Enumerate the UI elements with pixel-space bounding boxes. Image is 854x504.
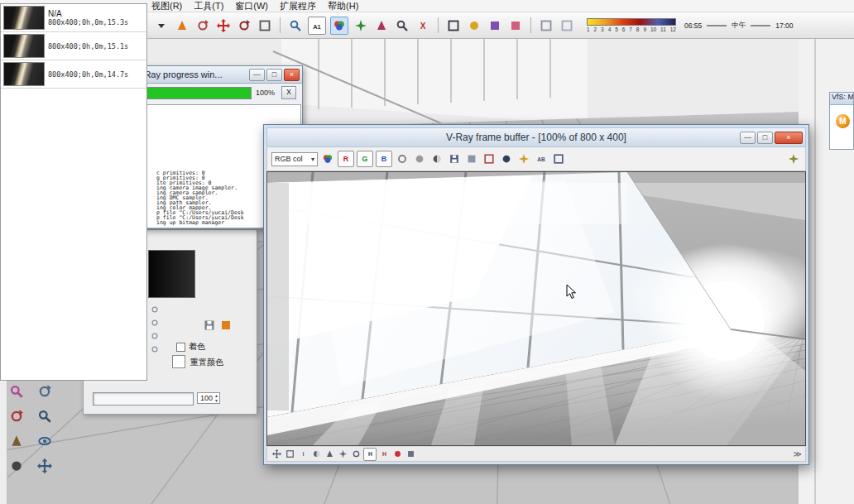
cancel-button[interactable]: X xyxy=(281,86,296,99)
green-channel-button[interactable]: G xyxy=(357,151,373,167)
record-icon[interactable] xyxy=(391,449,403,460)
vfs-material-icon[interactable]: M xyxy=(836,114,850,128)
h-left-icon[interactable]: H xyxy=(363,448,377,461)
vfs-panel-title[interactable]: VfS: Ma xyxy=(830,93,853,105)
rotate-tool-icon[interactable] xyxy=(236,17,252,34)
expand-button[interactable]: ≫ xyxy=(794,449,802,458)
separator[interactable] xyxy=(280,17,281,33)
invert-circle-icon[interactable] xyxy=(429,151,444,166)
sphere-material-icon[interactable] xyxy=(466,17,482,34)
pick-tool-icon[interactable] xyxy=(373,17,390,34)
clip-icon[interactable] xyxy=(150,305,160,314)
printer-icon[interactable] xyxy=(202,318,216,332)
zoom-a1-icon[interactable]: A1 xyxy=(308,17,326,35)
red-channel-button[interactable]: R xyxy=(338,151,354,167)
cut-render-icon[interactable]: X xyxy=(415,17,431,34)
white-balance-icon[interactable] xyxy=(350,449,362,460)
clip-icon[interactable] xyxy=(150,318,160,328)
monitor-icon[interactable] xyxy=(551,151,566,166)
menu-item[interactable]: 工具(T) xyxy=(194,0,223,12)
render-stats: 800x400;0h,0m,15.1s xyxy=(48,42,128,50)
shadow-date-slider[interactable]: 123456789101112 xyxy=(587,18,676,32)
clip-icon[interactable] xyxy=(150,344,160,354)
alpha-circle-icon[interactable] xyxy=(395,151,410,166)
minimize-button[interactable]: — xyxy=(740,132,756,144)
material-box-icon[interactable] xyxy=(218,318,233,332)
stepper-arrows[interactable]: ▲▼ xyxy=(214,393,218,403)
look-around-icon[interactable] xyxy=(35,431,55,451)
followme-tool-icon[interactable] xyxy=(194,17,211,34)
quantity-stepper[interactable]: 100 ▲▼ xyxy=(197,392,220,404)
move-tool-icon[interactable] xyxy=(215,17,232,34)
offset-tool-icon[interactable] xyxy=(257,17,273,34)
channel-select-value: RGB col xyxy=(275,155,303,163)
histogram-icon[interactable] xyxy=(310,449,322,460)
channel-select[interactable]: RGB col ▾ xyxy=(271,152,318,166)
pen-icon[interactable] xyxy=(324,449,335,460)
zoom-icon[interactable] xyxy=(35,406,55,426)
vfs-materials-panel: VfS: Ma M xyxy=(829,92,854,150)
info-icon[interactable]: i xyxy=(297,449,309,460)
frame-buffer-titlebar[interactable]: V-Ray frame buffer - [100% of 800 x 400]… xyxy=(266,127,806,147)
h-right-icon[interactable]: H xyxy=(378,449,390,460)
svg-text:AB: AB xyxy=(537,156,545,162)
render-stats: 800x400;0h,0m,14.7s xyxy=(48,70,128,79)
shade-checkbox[interactable] xyxy=(176,343,185,352)
separator[interactable] xyxy=(438,17,439,33)
render-name: N/A xyxy=(48,9,128,18)
separator[interactable] xyxy=(530,17,531,33)
clear-image-icon[interactable] xyxy=(482,151,497,166)
dropdown-caret-icon[interactable] xyxy=(153,17,170,34)
stereo-icon[interactable] xyxy=(405,449,416,460)
blue-channel-button[interactable]: B xyxy=(376,151,392,167)
compare-ab-icon[interactable]: AB xyxy=(534,151,549,166)
minimize-button[interactable]: — xyxy=(249,69,265,81)
menu-item[interactable]: 视图(R) xyxy=(151,0,182,12)
render-thumbnail xyxy=(3,6,45,30)
color-swatch[interactable] xyxy=(172,355,185,368)
vray-render-button[interactable] xyxy=(330,17,348,35)
render-history-item[interactable]: 800x400;0h,0m,15.1s xyxy=(1,32,146,60)
zoom-window-icon[interactable] xyxy=(7,382,26,401)
zoom-window-tool-icon[interactable] xyxy=(287,17,304,34)
color-ball-icon[interactable] xyxy=(320,151,335,166)
time-track[interactable] xyxy=(751,25,770,26)
close-button[interactable]: × xyxy=(775,132,803,144)
pan-image-icon[interactable] xyxy=(271,449,282,460)
materials-icon[interactable] xyxy=(507,17,524,34)
pan-icon[interactable] xyxy=(35,456,55,476)
value-input[interactable] xyxy=(93,392,194,406)
load-image-icon[interactable] xyxy=(464,151,479,166)
shadow-time-slider[interactable]: 06:55 中午 17:00 xyxy=(684,21,794,31)
render-history-item[interactable]: 800x400;0h,0m,14.7s xyxy=(1,60,146,89)
vray-compass-icon[interactable] xyxy=(353,17,369,34)
components-icon[interactable] xyxy=(487,17,503,34)
orbit-icon[interactable] xyxy=(7,406,26,426)
menu-item[interactable]: 扩展程序 xyxy=(280,0,316,12)
region-render-icon[interactable] xyxy=(516,151,531,166)
restore-button[interactable]: □ xyxy=(266,69,282,81)
maximize-button[interactable]: □ xyxy=(757,132,773,144)
N/A[interactable]: N/A 800x400;0h,0m,15.3s xyxy=(1,4,146,32)
time-track[interactable] xyxy=(707,25,727,26)
menu-item[interactable]: 窗口(W) xyxy=(235,0,268,12)
lamp-icon[interactable] xyxy=(786,151,801,166)
box-tool-icon[interactable] xyxy=(538,17,554,34)
mono-circle-icon[interactable] xyxy=(412,151,427,166)
svg-text:G: G xyxy=(362,155,368,163)
position-camera-icon[interactable] xyxy=(7,431,26,451)
clip-icon[interactable] xyxy=(150,331,160,341)
save-image-icon[interactable] xyxy=(447,151,462,166)
cube-tool-icon[interactable] xyxy=(559,17,575,34)
display-window-icon[interactable] xyxy=(445,17,462,34)
previous-view-icon[interactable] xyxy=(35,382,55,401)
settings-gear-icon[interactable] xyxy=(337,449,348,460)
walk-icon[interactable] xyxy=(7,456,26,476)
close-button[interactable]: × xyxy=(284,69,300,81)
spray-tool-icon[interactable] xyxy=(174,17,190,34)
render-last-icon[interactable] xyxy=(499,151,514,166)
show-original-icon[interactable] xyxy=(284,449,295,460)
zoom-region-icon[interactable] xyxy=(394,17,410,34)
color-preview-box[interactable] xyxy=(148,250,195,298)
menu-item[interactable]: 帮助(H) xyxy=(328,0,358,12)
